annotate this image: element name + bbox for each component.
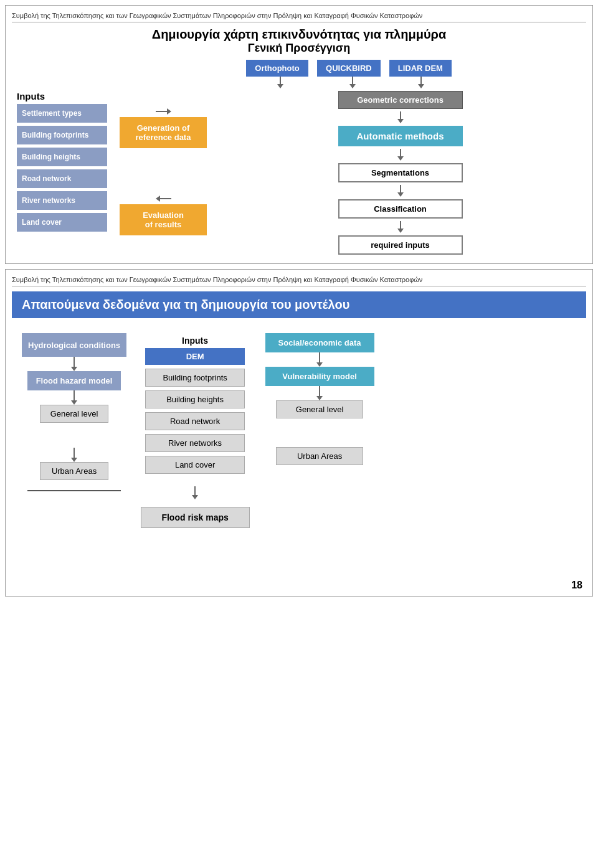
lidar-box: LIDAR DEM bbox=[389, 60, 452, 77]
slide1-title: Δημιουργία χάρτη επικινδυνότητας για πλη… bbox=[12, 27, 586, 55]
land-cover-box: Land cover bbox=[145, 456, 245, 474]
input-building-footprints: Building footprints bbox=[17, 126, 107, 144]
slide-2: Συμβολή της Τηλεπισκόπησης και των Γεωγρ… bbox=[5, 269, 593, 597]
arrow-orthophoto bbox=[277, 77, 283, 88]
inputs-column: Inputs Settlement types Building footpri… bbox=[17, 91, 107, 232]
arrow-class-to-req bbox=[397, 221, 404, 233]
input-settlement-types: Settlement types bbox=[17, 104, 107, 123]
arrow-quickbird bbox=[349, 77, 356, 88]
slide2-diagram: Hydrological conditions Flood hazard mod… bbox=[12, 328, 586, 590]
gen-level-right-box: General level bbox=[276, 400, 363, 418]
urban-areas-left-box: Urban Areas bbox=[40, 462, 108, 480]
arrow-to-flood-risk bbox=[192, 486, 198, 499]
center-column: Generation of reference data Evaluation … bbox=[107, 91, 219, 235]
slide1-main-body: Inputs Settlement types Building footpri… bbox=[12, 88, 586, 257]
right-column: Geometric corrections Automatic methods … bbox=[219, 91, 581, 255]
dem-box: DEM bbox=[145, 348, 245, 365]
arrow-auto-to-seg bbox=[397, 149, 404, 161]
arrow-seg-to-class bbox=[397, 185, 404, 197]
arrow-lidar bbox=[418, 77, 424, 88]
input-road-network: Road network bbox=[17, 169, 107, 188]
geom-corrections-box: Geometric corrections bbox=[338, 91, 463, 109]
col-hydrological: Hydrological conditions Flood hazard mod… bbox=[22, 333, 126, 491]
input-land-cover: Land cover bbox=[17, 213, 107, 232]
quickbird-box: QUICKBIRD bbox=[317, 60, 381, 77]
col-inputs-center: Inputs DEM Building footprints Building … bbox=[139, 333, 251, 528]
building-heights-box: Building heights bbox=[145, 390, 245, 408]
arrow-to-genref bbox=[167, 108, 171, 115]
segmentations-box: Segmentations bbox=[338, 163, 463, 182]
col-social: Social/economic data Vulnerability model… bbox=[263, 333, 376, 465]
slide1-title-line2: Γενική Προσέγγιση bbox=[12, 42, 586, 55]
input-river-networks: River networks bbox=[17, 191, 107, 210]
building-footprints-box: Building footprints bbox=[145, 369, 245, 387]
inputs-label: Inputs bbox=[17, 91, 107, 101]
arrow-to-eval-left bbox=[156, 196, 160, 202]
social-economic-box: Social/economic data bbox=[265, 333, 374, 352]
flood-hazard-box: Flood hazard model bbox=[27, 371, 121, 390]
urban-areas-right-box: Urban Areas bbox=[276, 447, 363, 465]
auto-methods-box: Automatic methods bbox=[338, 126, 463, 146]
classification-box: Classification bbox=[338, 199, 463, 219]
slide1-title-line1: Δημιουργία χάρτη επικινδυνότητας για πλη… bbox=[12, 27, 586, 42]
arrow-gl-down2 bbox=[71, 448, 77, 462]
arrow-geom-to-auto bbox=[397, 111, 404, 123]
hydro-conditions-box: Hydrological conditions bbox=[22, 333, 126, 357]
flood-risk-maps-box: Flood risk maps bbox=[141, 507, 250, 528]
required-inputs-box: required inputs bbox=[338, 235, 463, 255]
slide2-header: Συμβολή της Τηλεπισκόπησης και των Γεωγρ… bbox=[12, 276, 586, 286]
input-building-heights: Building heights bbox=[17, 148, 107, 166]
eval-box: Evaluation of results bbox=[120, 204, 207, 235]
arrow-social-down bbox=[316, 352, 323, 367]
road-network-box: Road network bbox=[145, 412, 245, 430]
arrow-fh-down bbox=[71, 390, 77, 405]
page-number: 18 bbox=[571, 580, 582, 591]
river-networks-box: River networks bbox=[145, 434, 245, 452]
vulnerability-model-box: Vulnerability model bbox=[265, 367, 374, 386]
arrow-hydro-down bbox=[71, 357, 77, 371]
slide2-title: Απαιτούμενα δεδομένα για τη δημιουργία τ… bbox=[12, 291, 586, 318]
arrow-vm-down bbox=[316, 386, 323, 400]
inputs-center-label: Inputs bbox=[179, 333, 211, 348]
orthophoto-box: Orthophoto bbox=[246, 60, 308, 77]
slide-1: Συμβολή της Τηλεπισκόπησης και των Γεωγρ… bbox=[5, 5, 593, 264]
gen-ref-box: Generation of reference data bbox=[120, 117, 207, 148]
slide1-header: Συμβολή της Τηλεπισκόπησης και των Γεωγρ… bbox=[12, 12, 586, 22]
gen-level-left-box: General level bbox=[40, 405, 108, 423]
